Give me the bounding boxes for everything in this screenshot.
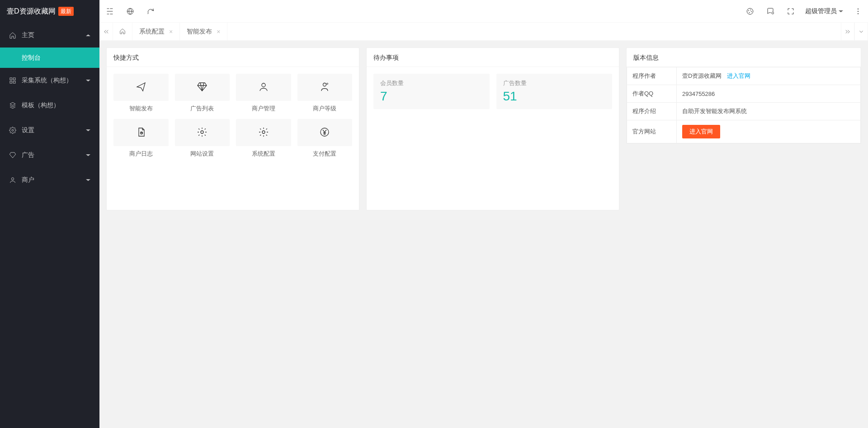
svg-point-20 (262, 131, 265, 133)
shortcut-ad-list[interactable]: 广告列表 (175, 74, 230, 113)
version-title: 版本信息 (627, 48, 861, 67)
stat-value: 51 (503, 89, 606, 104)
tab-label: 智能发布 (187, 28, 212, 36)
user-name: 超级管理员 (805, 7, 837, 15)
svg-point-5 (11, 177, 14, 180)
version-author-key: 程序作者 (627, 67, 677, 85)
note-button[interactable] (760, 0, 780, 23)
component-icon (9, 77, 16, 84)
yen-icon (319, 127, 330, 139)
tab-scroll-right[interactable] (841, 23, 854, 40)
svg-point-12 (772, 12, 774, 14)
chevron-up-icon (86, 32, 90, 39)
stat-label: 广告数量 (503, 79, 606, 87)
sidebar-item-ad[interactable]: 广告 (0, 143, 99, 167)
tab-scroll-left[interactable] (99, 23, 113, 40)
user-star-icon (319, 81, 330, 94)
shortcut-system-config[interactable]: 系统配置 (236, 119, 291, 158)
enter-site-button[interactable]: 进入官网 (682, 125, 720, 138)
diamond-icon (197, 81, 208, 94)
version-desc-key: 程序介绍 (627, 103, 677, 120)
close-icon[interactable]: × (169, 28, 173, 35)
version-qq-value: 2934755286 (677, 85, 861, 103)
sidebar-item-label: 主页 (22, 31, 34, 39)
sidebar-item-home[interactable]: 主页 (0, 23, 99, 48)
version-author-link[interactable]: 进入官网 (727, 72, 750, 79)
content-body: 快捷方式 智能发布 广告列表 (99, 41, 868, 428)
sidebar-item-label: 采集系统（构想） (22, 76, 72, 85)
svg-point-9 (750, 10, 751, 10)
user-menu[interactable]: 超级管理员 (801, 0, 848, 23)
shortcut-merchant-level[interactable]: 商户等级 (297, 74, 353, 113)
shortcut-merchant-manage[interactable]: 商户管理 (236, 74, 291, 113)
version-author-value: 壹D资源收藏网 进入官网 (677, 67, 861, 85)
sidebar-item-label: 模板（构想） (22, 101, 60, 109)
stat-ads[interactable]: 广告数量 51 (496, 74, 613, 109)
tab-dropdown[interactable] (854, 23, 868, 40)
svg-rect-3 (13, 81, 15, 83)
sidebar-item-label: 设置 (22, 126, 34, 134)
brand-badge: 最新 (58, 7, 74, 16)
sidebar-subitem-console[interactable]: 控制台 (0, 48, 99, 68)
svg-point-7 (747, 8, 753, 14)
stat-label: 会员数量 (380, 79, 483, 87)
user-icon (9, 176, 16, 184)
svg-rect-0 (10, 78, 12, 80)
brand-name: 壹D资源收藏网 (7, 0, 56, 23)
more-menu-button[interactable] (848, 0, 868, 23)
version-table: 程序作者 壹D资源收藏网 进入官网 作者QQ 2934755286 (627, 67, 861, 143)
tab-label: 系统配置 (139, 28, 165, 36)
menu-toggle-button[interactable] (99, 0, 120, 23)
gear-icon (197, 127, 208, 139)
stat-value: 7 (380, 89, 483, 104)
version-card: 版本信息 程序作者 壹D资源收藏网 进入官网 作者QQ (626, 48, 861, 144)
sidebar-nav: 主页 控制台 采集系统（构想） (0, 23, 99, 192)
sidebar-item-collect[interactable]: 采集系统（构想） (0, 68, 99, 93)
sidebar-item-merchant[interactable]: 商户 (0, 167, 99, 192)
svg-point-4 (12, 129, 14, 131)
svg-point-17 (323, 83, 326, 86)
svg-point-10 (751, 11, 752, 12)
sidebar-item-settings[interactable]: 设置 (0, 118, 99, 143)
chevron-down-icon (86, 152, 90, 159)
chevron-down-icon (86, 77, 90, 84)
shortcuts-title: 快捷方式 (107, 48, 359, 67)
todo-card: 待办事项 会员数量 7 广告数量 51 (366, 48, 619, 210)
fullscreen-button[interactable] (780, 0, 801, 23)
svg-point-13 (857, 8, 858, 9)
svg-point-14 (857, 10, 858, 11)
chevron-down-icon (86, 176, 90, 184)
chevron-down-icon (86, 127, 90, 134)
tab-home[interactable] (113, 23, 132, 40)
tab-smart-publish[interactable]: 智能发布 × (180, 23, 227, 40)
send-icon (136, 81, 146, 94)
sidebar: 壹D资源收藏网 最新 主页 控制台 (0, 0, 99, 428)
shortcut-site-settings[interactable]: 网站设置 (175, 119, 230, 158)
refresh-button[interactable] (140, 0, 160, 23)
user-icon (258, 81, 269, 94)
sidebar-item-template[interactable]: 模板（构想） (0, 93, 99, 118)
theme-button[interactable] (740, 0, 760, 23)
globe-button[interactable] (120, 0, 140, 23)
svg-point-8 (748, 10, 749, 11)
shortcuts-card: 快捷方式 智能发布 广告列表 (106, 48, 359, 210)
diamond-icon (9, 152, 16, 159)
todo-title: 待办事项 (367, 48, 619, 67)
shortcut-pay-config[interactable]: 支付配置 (297, 119, 353, 158)
shortcut-smart-publish[interactable]: 智能发布 (113, 74, 169, 113)
caret-down-icon (839, 8, 843, 15)
svg-point-19 (201, 131, 203, 133)
tab-bar: 系统配置 × 智能发布 × (99, 23, 868, 41)
version-site-key: 官方网站 (627, 120, 677, 143)
home-icon (119, 28, 126, 36)
close-icon[interactable]: × (217, 28, 220, 35)
stat-members[interactable]: 会员数量 7 (373, 74, 490, 109)
home-icon (9, 32, 16, 39)
svg-point-16 (262, 83, 265, 87)
shortcut-merchant-log[interactable]: 商户日志 (113, 119, 169, 158)
version-desc-value: 自助开发智能发布网系统 (677, 103, 861, 120)
logo[interactable]: 壹D资源收藏网 最新 (0, 0, 99, 23)
svg-point-11 (749, 12, 750, 13)
sidebar-item-label: 广告 (22, 151, 34, 159)
tab-system-config[interactable]: 系统配置 × (132, 23, 180, 40)
